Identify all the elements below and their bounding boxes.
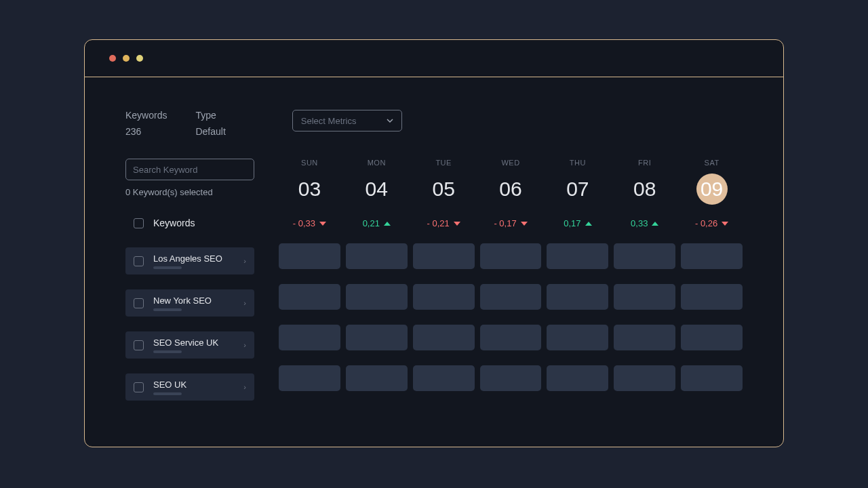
delta-row: - 0,330,21- 0,21- 0,170,170,33- 0,26	[279, 218, 743, 228]
titlebar	[85, 40, 783, 77]
close-dot[interactable]	[109, 55, 116, 62]
search-box[interactable]	[125, 159, 254, 180]
data-cell[interactable]	[413, 325, 475, 350]
data-cell[interactable]	[547, 325, 608, 350]
data-row	[279, 325, 743, 350]
days-header-row: SUN 03 MON 04 TUE 05 WED 06 THU 07 FRI 0…	[279, 159, 743, 205]
keyword-bar	[153, 350, 182, 353]
data-cell[interactable]	[346, 243, 408, 269]
type-label: Type	[195, 110, 225, 121]
delta-value: 0,21	[346, 218, 408, 228]
chevron-right-icon: ›	[243, 257, 246, 265]
data-cell[interactable]	[681, 284, 743, 310]
delta-value: - 0,33	[279, 218, 340, 228]
data-cell[interactable]	[681, 365, 743, 391]
keyword-checkbox[interactable]	[134, 298, 144, 308]
day-column[interactable]: SAT 09	[681, 159, 743, 205]
data-cell[interactable]	[413, 284, 475, 310]
data-cell[interactable]	[346, 284, 408, 310]
day-column[interactable]: TUE 05	[413, 159, 475, 205]
data-cell[interactable]	[279, 365, 340, 391]
keyword-name: SEO UK	[153, 380, 234, 390]
data-cell[interactable]	[413, 365, 475, 391]
triangle-down-icon	[521, 222, 528, 226]
data-cell[interactable]	[681, 243, 743, 269]
delta-value: - 0,17	[480, 218, 542, 228]
select-metrics-dropdown[interactable]: Select Metrics	[292, 110, 402, 131]
maximize-dot[interactable]	[136, 55, 143, 62]
selection-count: 0 Keyword(s) selected	[125, 187, 254, 197]
minimize-dot[interactable]	[123, 55, 130, 62]
select-metrics-placeholder: Select Metrics	[301, 116, 357, 126]
keyword-row[interactable]: New York SEO ›	[125, 289, 254, 317]
chevron-right-icon: ›	[243, 341, 246, 349]
keyword-name: New York SEO	[153, 296, 234, 306]
day-abbr: TUE	[435, 159, 452, 167]
keywords-value: 236	[125, 126, 167, 137]
day-number: 05	[428, 174, 459, 205]
day-abbr: WED	[501, 159, 519, 167]
keyword-bar	[153, 308, 182, 311]
day-column[interactable]: MON 04	[346, 159, 408, 205]
keyword-row[interactable]: Los Angeles SEO ›	[125, 247, 254, 274]
data-rows	[279, 243, 743, 391]
day-abbr: MON	[368, 159, 386, 167]
data-cell[interactable]	[346, 365, 408, 391]
keyword-row[interactable]: SEO UK ›	[125, 373, 254, 401]
delta-value: 0,17	[547, 218, 608, 228]
keyword-name: SEO Service UK	[153, 338, 234, 348]
keyword-bar	[153, 266, 182, 269]
data-cell[interactable]	[614, 365, 675, 391]
data-cell[interactable]	[614, 284, 675, 310]
day-number: 03	[294, 174, 325, 205]
main-grid: 0 Keyword(s) selected Keywords Los Angel…	[125, 159, 743, 401]
day-column[interactable]: THU 07	[547, 159, 608, 205]
data-row	[279, 365, 743, 391]
data-cell[interactable]	[279, 325, 340, 350]
data-cell[interactable]	[279, 284, 340, 310]
data-cell[interactable]	[614, 243, 675, 269]
select-all-checkbox[interactable]	[134, 218, 144, 228]
right-column: SUN 03 MON 04 TUE 05 WED 06 THU 07 FRI 0…	[279, 159, 743, 401]
triangle-down-icon	[722, 222, 728, 226]
day-column[interactable]: SUN 03	[279, 159, 340, 205]
type-meta: Type Default	[195, 110, 225, 137]
keyword-row[interactable]: SEO Service UK ›	[125, 331, 254, 359]
data-row	[279, 243, 743, 269]
delta-value: - 0,26	[681, 218, 743, 228]
keyword-checkbox[interactable]	[134, 256, 144, 266]
data-cell[interactable]	[346, 325, 408, 350]
chevron-down-icon	[387, 117, 393, 124]
triangle-up-icon	[384, 222, 391, 226]
data-cell[interactable]	[480, 243, 542, 269]
data-cell[interactable]	[480, 365, 542, 391]
search-input[interactable]	[133, 165, 247, 175]
data-cell[interactable]	[413, 243, 475, 269]
data-cell[interactable]	[614, 325, 675, 350]
day-number: 07	[562, 174, 593, 205]
left-column: 0 Keyword(s) selected Keywords Los Angel…	[125, 159, 254, 401]
triangle-up-icon	[652, 222, 658, 226]
day-column[interactable]: WED 06	[480, 159, 542, 205]
data-cell[interactable]	[547, 365, 608, 391]
day-column[interactable]: FRI 08	[614, 159, 675, 205]
keyword-checkbox[interactable]	[134, 382, 144, 392]
chevron-right-icon: ›	[243, 383, 246, 391]
data-cell[interactable]	[480, 284, 542, 310]
data-cell[interactable]	[279, 243, 340, 269]
keyword-checkbox[interactable]	[134, 340, 144, 350]
content-area: Keywords 236 Type Default Select Metrics…	[85, 77, 783, 428]
data-cell[interactable]	[547, 243, 608, 269]
app-window: Keywords 236 Type Default Select Metrics…	[84, 39, 784, 447]
keyword-name: Los Angeles SEO	[153, 253, 234, 264]
day-number: 04	[361, 174, 392, 205]
data-cell[interactable]	[480, 325, 542, 350]
triangle-down-icon	[454, 222, 460, 226]
data-cell[interactable]	[547, 284, 608, 310]
day-abbr: FRI	[638, 159, 651, 167]
day-number: 08	[629, 174, 660, 205]
data-cell[interactable]	[681, 325, 743, 350]
keywords-header-row: Keywords	[125, 218, 254, 228]
day-number: 06	[495, 174, 526, 205]
keywords-label: Keywords	[125, 110, 167, 121]
